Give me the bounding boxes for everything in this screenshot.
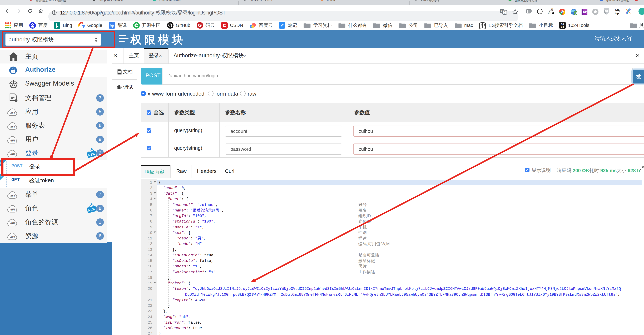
svg-text:API: API: [10, 139, 15, 142]
svg-text:译: 译: [110, 23, 114, 28]
svg-text:文: 文: [503, 11, 506, 14]
svg-text:Zip: Zip: [615, 12, 619, 15]
svg-text:API: API: [10, 153, 15, 156]
svg-text:10: 10: [561, 22, 564, 26]
svg-text:24: 24: [561, 26, 564, 28]
svg-text:API: API: [10, 194, 15, 198]
svg-text:API: API: [10, 125, 15, 128]
svg-text:API: API: [10, 208, 15, 211]
svg-text:API: API: [10, 222, 15, 225]
svg-text:en: en: [548, 11, 551, 14]
svg-text:RP: RP: [583, 10, 587, 14]
svg-text:{..}: {..}: [537, 10, 542, 13]
svg-text:API: API: [10, 112, 15, 115]
svg-text:Git: Git: [615, 8, 619, 11]
svg-text:API: API: [10, 236, 15, 239]
svg-text:英: 英: [551, 8, 554, 11]
